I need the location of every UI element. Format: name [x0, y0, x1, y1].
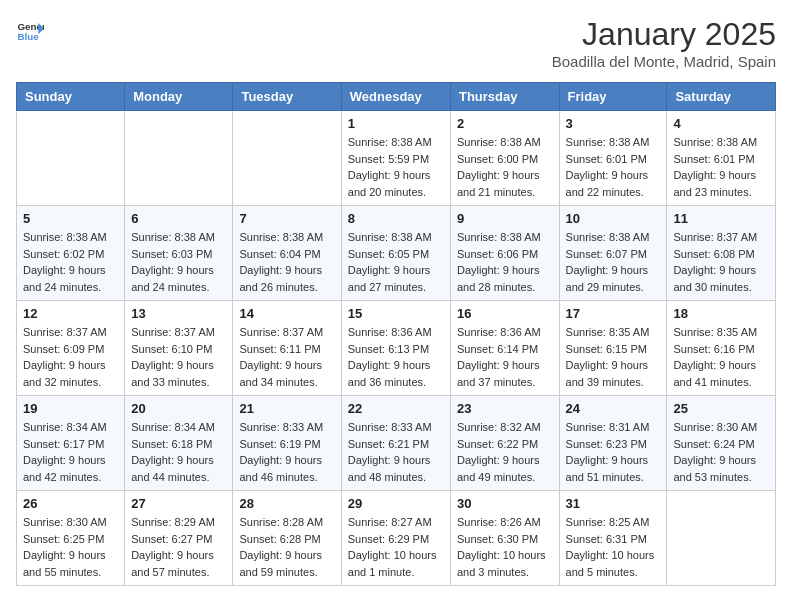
calendar-cell: 22Sunrise: 8:33 AMSunset: 6:21 PMDayligh… — [341, 396, 450, 491]
page-header: General Blue January 2025 Boadilla del M… — [16, 16, 776, 70]
weekday-header-wednesday: Wednesday — [341, 83, 450, 111]
calendar-cell: 17Sunrise: 8:35 AMSunset: 6:15 PMDayligh… — [559, 301, 667, 396]
calendar-table: SundayMondayTuesdayWednesdayThursdayFrid… — [16, 82, 776, 586]
calendar-cell: 5Sunrise: 8:38 AMSunset: 6:02 PMDaylight… — [17, 206, 125, 301]
day-info: Sunrise: 8:26 AMSunset: 6:30 PMDaylight:… — [457, 514, 553, 580]
day-number: 19 — [23, 401, 118, 416]
day-number: 13 — [131, 306, 226, 321]
calendar-cell: 7Sunrise: 8:38 AMSunset: 6:04 PMDaylight… — [233, 206, 341, 301]
calendar-cell: 12Sunrise: 8:37 AMSunset: 6:09 PMDayligh… — [17, 301, 125, 396]
calendar-cell: 25Sunrise: 8:30 AMSunset: 6:24 PMDayligh… — [667, 396, 776, 491]
calendar-cell: 24Sunrise: 8:31 AMSunset: 6:23 PMDayligh… — [559, 396, 667, 491]
calendar-cell: 16Sunrise: 8:36 AMSunset: 6:14 PMDayligh… — [450, 301, 559, 396]
day-number: 20 — [131, 401, 226, 416]
day-info: Sunrise: 8:36 AMSunset: 6:14 PMDaylight:… — [457, 324, 553, 390]
month-title: January 2025 — [552, 16, 776, 53]
day-info: Sunrise: 8:38 AMSunset: 6:01 PMDaylight:… — [566, 134, 661, 200]
day-info: Sunrise: 8:37 AMSunset: 6:10 PMDaylight:… — [131, 324, 226, 390]
day-number: 14 — [239, 306, 334, 321]
calendar-week-row: 12Sunrise: 8:37 AMSunset: 6:09 PMDayligh… — [17, 301, 776, 396]
calendar-cell: 15Sunrise: 8:36 AMSunset: 6:13 PMDayligh… — [341, 301, 450, 396]
day-number: 10 — [566, 211, 661, 226]
day-number: 29 — [348, 496, 444, 511]
calendar-cell: 11Sunrise: 8:37 AMSunset: 6:08 PMDayligh… — [667, 206, 776, 301]
day-info: Sunrise: 8:30 AMSunset: 6:25 PMDaylight:… — [23, 514, 118, 580]
day-info: Sunrise: 8:35 AMSunset: 6:16 PMDaylight:… — [673, 324, 769, 390]
day-info: Sunrise: 8:28 AMSunset: 6:28 PMDaylight:… — [239, 514, 334, 580]
day-info: Sunrise: 8:34 AMSunset: 6:18 PMDaylight:… — [131, 419, 226, 485]
calendar-cell: 26Sunrise: 8:30 AMSunset: 6:25 PMDayligh… — [17, 491, 125, 586]
day-number: 27 — [131, 496, 226, 511]
day-info: Sunrise: 8:36 AMSunset: 6:13 PMDaylight:… — [348, 324, 444, 390]
day-number: 7 — [239, 211, 334, 226]
day-info: Sunrise: 8:29 AMSunset: 6:27 PMDaylight:… — [131, 514, 226, 580]
calendar-cell: 18Sunrise: 8:35 AMSunset: 6:16 PMDayligh… — [667, 301, 776, 396]
calendar-cell: 31Sunrise: 8:25 AMSunset: 6:31 PMDayligh… — [559, 491, 667, 586]
calendar-cell: 6Sunrise: 8:38 AMSunset: 6:03 PMDaylight… — [125, 206, 233, 301]
day-info: Sunrise: 8:32 AMSunset: 6:22 PMDaylight:… — [457, 419, 553, 485]
calendar-cell: 4Sunrise: 8:38 AMSunset: 6:01 PMDaylight… — [667, 111, 776, 206]
calendar-week-row: 19Sunrise: 8:34 AMSunset: 6:17 PMDayligh… — [17, 396, 776, 491]
day-number: 28 — [239, 496, 334, 511]
calendar-cell: 23Sunrise: 8:32 AMSunset: 6:22 PMDayligh… — [450, 396, 559, 491]
weekday-header-thursday: Thursday — [450, 83, 559, 111]
day-info: Sunrise: 8:37 AMSunset: 6:08 PMDaylight:… — [673, 229, 769, 295]
day-number: 12 — [23, 306, 118, 321]
weekday-header-monday: Monday — [125, 83, 233, 111]
day-number: 1 — [348, 116, 444, 131]
svg-text:Blue: Blue — [17, 31, 39, 42]
day-info: Sunrise: 8:38 AMSunset: 6:01 PMDaylight:… — [673, 134, 769, 200]
day-info: Sunrise: 8:35 AMSunset: 6:15 PMDaylight:… — [566, 324, 661, 390]
calendar-week-row: 1Sunrise: 8:38 AMSunset: 5:59 PMDaylight… — [17, 111, 776, 206]
day-number: 23 — [457, 401, 553, 416]
title-block: January 2025 Boadilla del Monte, Madrid,… — [552, 16, 776, 70]
day-number: 2 — [457, 116, 553, 131]
day-info: Sunrise: 8:38 AMSunset: 6:04 PMDaylight:… — [239, 229, 334, 295]
weekday-header-sunday: Sunday — [17, 83, 125, 111]
calendar-cell: 1Sunrise: 8:38 AMSunset: 5:59 PMDaylight… — [341, 111, 450, 206]
calendar-cell: 29Sunrise: 8:27 AMSunset: 6:29 PMDayligh… — [341, 491, 450, 586]
day-number: 3 — [566, 116, 661, 131]
day-info: Sunrise: 8:38 AMSunset: 6:05 PMDaylight:… — [348, 229, 444, 295]
calendar-cell: 9Sunrise: 8:38 AMSunset: 6:06 PMDaylight… — [450, 206, 559, 301]
day-number: 25 — [673, 401, 769, 416]
calendar-cell — [17, 111, 125, 206]
calendar-cell: 2Sunrise: 8:38 AMSunset: 6:00 PMDaylight… — [450, 111, 559, 206]
day-info: Sunrise: 8:37 AMSunset: 6:11 PMDaylight:… — [239, 324, 334, 390]
location-title: Boadilla del Monte, Madrid, Spain — [552, 53, 776, 70]
calendar-cell: 14Sunrise: 8:37 AMSunset: 6:11 PMDayligh… — [233, 301, 341, 396]
day-number: 21 — [239, 401, 334, 416]
calendar-cell: 20Sunrise: 8:34 AMSunset: 6:18 PMDayligh… — [125, 396, 233, 491]
calendar-cell: 27Sunrise: 8:29 AMSunset: 6:27 PMDayligh… — [125, 491, 233, 586]
weekday-header-tuesday: Tuesday — [233, 83, 341, 111]
calendar-cell: 30Sunrise: 8:26 AMSunset: 6:30 PMDayligh… — [450, 491, 559, 586]
day-number: 5 — [23, 211, 118, 226]
day-number: 18 — [673, 306, 769, 321]
day-info: Sunrise: 8:33 AMSunset: 6:19 PMDaylight:… — [239, 419, 334, 485]
day-number: 26 — [23, 496, 118, 511]
day-number: 8 — [348, 211, 444, 226]
calendar-cell: 28Sunrise: 8:28 AMSunset: 6:28 PMDayligh… — [233, 491, 341, 586]
day-number: 16 — [457, 306, 553, 321]
calendar-cell: 3Sunrise: 8:38 AMSunset: 6:01 PMDaylight… — [559, 111, 667, 206]
day-number: 22 — [348, 401, 444, 416]
day-info: Sunrise: 8:27 AMSunset: 6:29 PMDaylight:… — [348, 514, 444, 580]
calendar-week-row: 5Sunrise: 8:38 AMSunset: 6:02 PMDaylight… — [17, 206, 776, 301]
day-info: Sunrise: 8:25 AMSunset: 6:31 PMDaylight:… — [566, 514, 661, 580]
day-number: 17 — [566, 306, 661, 321]
day-info: Sunrise: 8:38 AMSunset: 6:02 PMDaylight:… — [23, 229, 118, 295]
day-info: Sunrise: 8:38 AMSunset: 6:00 PMDaylight:… — [457, 134, 553, 200]
day-info: Sunrise: 8:33 AMSunset: 6:21 PMDaylight:… — [348, 419, 444, 485]
day-number: 4 — [673, 116, 769, 131]
weekday-header-saturday: Saturday — [667, 83, 776, 111]
day-number: 9 — [457, 211, 553, 226]
day-info: Sunrise: 8:38 AMSunset: 6:07 PMDaylight:… — [566, 229, 661, 295]
day-number: 6 — [131, 211, 226, 226]
day-number: 11 — [673, 211, 769, 226]
calendar-cell — [667, 491, 776, 586]
day-info: Sunrise: 8:38 AMSunset: 6:03 PMDaylight:… — [131, 229, 226, 295]
day-info: Sunrise: 8:31 AMSunset: 6:23 PMDaylight:… — [566, 419, 661, 485]
weekday-header-friday: Friday — [559, 83, 667, 111]
day-info: Sunrise: 8:37 AMSunset: 6:09 PMDaylight:… — [23, 324, 118, 390]
day-number: 30 — [457, 496, 553, 511]
